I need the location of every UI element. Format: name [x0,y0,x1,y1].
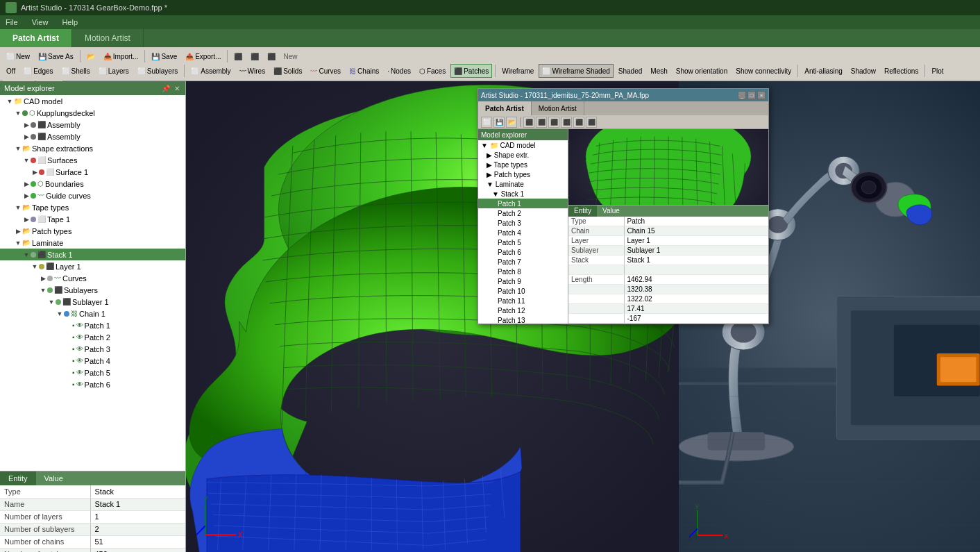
sw-tree-p9[interactable]: Patch 9 [478,276,568,286]
sw-tree-p5[interactable]: Patch 5 [478,237,568,247]
expand-patch1[interactable] [64,321,72,330]
sw-tree-stack[interactable]: ▼ Stack 1 [478,189,568,199]
sw-tb-view5[interactable]: ⬛ [573,117,584,128]
explorer-close-btn[interactable]: ✕ [173,85,181,92]
view-orient-btn3[interactable]: ⬛ [264,49,279,63]
expand-sublayers[interactable]: ▼ [39,286,47,294]
tree-node-chain1[interactable]: ▼ ⛓ Chain 1 [0,308,185,319]
expand-curves[interactable]: ▶ [39,274,47,283]
tree-node-patch4[interactable]: ▪ 👁 Patch 4 [0,355,185,367]
tree-node-patch-types[interactable]: ▶ 📂 Patch types [0,225,185,237]
sw-tree-p1[interactable]: Patch 1 [478,199,568,208]
tree-container[interactable]: ▼ 📁 CAD model ▼ ⬡ Kupplungsdeckel ▶ ⬛ As… [0,95,185,471]
wireframe-shaded-button[interactable]: ⬜ Wireframe Shaded [539,64,613,78]
edges-button[interactable]: ⬜ Edges [20,64,56,78]
expand-chain1[interactable]: ▼ [56,310,64,318]
sw-tb-view6[interactable]: ⬛ [586,117,597,128]
explorer-pin-btn[interactable]: 📌 [160,85,171,92]
assembly-button[interactable]: ⬜ Assembly [187,64,234,78]
expand-tape1[interactable]: ▶ [22,215,31,224]
expand-sublayer1[interactable]: ▼ [47,298,56,306]
expand-patch3[interactable] [64,345,72,353]
sw-tb-save[interactable]: 💾 [493,117,505,128]
import-button[interactable]: 📥 Import... [100,49,142,63]
sw-tree-p3[interactable]: Patch 3 [478,218,568,228]
expand-assembly1[interactable]: ▶ [22,121,31,129]
sw-tb-view2[interactable]: ⬛ [536,117,547,128]
sub-win-tab-patch-artist[interactable]: Patch Artist [478,101,532,115]
expand-laminate[interactable]: ▼ [14,239,22,247]
sw-tb-view1[interactable]: ⬛ [523,117,534,128]
expand-guide-curves[interactable]: ▶ [22,192,31,200]
tab-patch-artist[interactable]: Patch Artist [0,29,72,47]
nodes-button[interactable]: · Nodes [384,64,414,78]
sw-tree-lam[interactable]: ▼ Laminate [478,179,568,189]
expand-stack1[interactable]: ▼ [22,251,31,259]
expand-shape-extractions[interactable]: ▼ [14,144,22,153]
expand-tape-types[interactable]: ▼ [14,203,22,212]
sw-tree-p13[interactable]: Patch 13 [478,315,568,324]
tree-node-cad-model[interactable]: ▼ 📁 CAD model [0,95,185,107]
anti-aliasing-button[interactable]: Anti-aliasing [801,64,845,78]
sw-tree-p7[interactable]: Patch 7 [478,257,568,267]
sw-props-tab-value[interactable]: Value [597,206,625,217]
expand-patch-types[interactable]: ▶ [14,227,22,235]
tree-node-laminate[interactable]: ▼ 📂 Laminate [0,237,185,249]
shells-button[interactable]: ⬜ Shells [58,64,94,78]
sw-tree-cad[interactable]: ▼ 📁 CAD model [478,140,568,150]
tree-node-shape-extractions[interactable]: ▼ 📂 Shape extractions [0,142,185,154]
sw-tree-p2[interactable]: Patch 2 [478,208,568,218]
sw-tree-p4[interactable]: Patch 4 [478,228,568,237]
mesh-button[interactable]: Mesh [647,64,670,78]
solids-button[interactable]: ⬛ Solids [270,64,305,78]
sw-tree-shape[interactable]: ▶ Shape extr. [478,150,568,160]
sub-win-viewport[interactable] [568,129,768,205]
sw-tree-p11[interactable]: Patch 11 [478,296,568,306]
sw-tree-p8[interactable]: Patch 8 [478,267,568,276]
tree-node-patch3[interactable]: ▪ 👁 Patch 3 [0,343,185,355]
sw-tree-p12[interactable]: Patch 12 [478,306,568,315]
open-button[interactable]: 📂 [83,49,99,63]
menu-view[interactable]: View [29,18,51,26]
tree-node-kupplungsdeckel[interactable]: ▼ ⬡ Kupplungsdeckel [0,107,185,119]
tree-node-tape-types[interactable]: ▼ 📂 Tape types [0,201,185,213]
expand-cad-model[interactable]: ▼ [6,97,14,106]
show-orientation-button[interactable]: Show orientation [673,64,732,78]
props-tab-value[interactable]: Value [36,471,71,485]
save-button[interactable]: 💾 Save [148,49,180,63]
tree-node-surface1[interactable]: ▶ ⬜ Surface 1 [0,166,185,178]
sw-tb-new[interactable]: ⬜ [481,117,492,128]
sub-window-maximize[interactable]: □ [747,91,756,99]
new-button[interactable]: ⬜ New [3,49,33,63]
curves-button[interactable]: 〰 Curves [307,64,344,78]
layers-button[interactable]: ⬜ Layers [95,64,133,78]
tab-motion-artist[interactable]: Motion Artist [72,29,144,47]
expand-patch6[interactable] [64,380,72,389]
show-connectivity-button[interactable]: Show connectivity [732,64,795,78]
chains-button[interactable]: ⛓ Chains [346,64,382,78]
tree-node-boundaries[interactable]: ▶ ⬡ Boundaries [0,178,185,190]
save-as-button[interactable]: 💾 Save As [35,49,77,63]
expand-layer1[interactable]: ▼ [31,262,39,271]
expand-surface1[interactable]: ▶ [31,168,39,176]
sw-tb-view3[interactable]: ⬛ [548,117,559,128]
tree-node-patch5[interactable]: ▪ 👁 Patch 5 [0,367,185,378]
sw-props-tab-entity[interactable]: Entity [568,206,597,217]
reflections-button[interactable]: Reflections [881,64,922,78]
sub-win-tab-motion-artist[interactable]: Motion Artist [532,101,584,115]
sw-tb-view4[interactable]: ⬛ [561,117,572,128]
expand-boundaries[interactable]: ▶ [22,180,31,188]
tree-node-assembly2[interactable]: ▶ ⬛ Assembly [0,131,185,142]
tree-node-patch2[interactable]: ▪ 👁 Patch 2 [0,331,185,343]
shaded-button[interactable]: Shaded [615,64,645,78]
sub-win-tree[interactable]: Model explorer ▼ 📁 CAD model ▶ Shape ext… [478,129,568,324]
expand-kupplungsdeckel[interactable]: ▼ [14,109,22,117]
menu-help[interactable]: Help [59,18,81,26]
sw-tb-open[interactable]: 📂 [506,117,517,128]
sw-tree-patch[interactable]: ▶ Patch types [478,169,568,179]
plot-button[interactable]: Plot [928,64,947,78]
off-button[interactable]: Off [3,64,19,78]
shadow-button[interactable]: Shadow [847,64,879,78]
export-button[interactable]: 📤 Export... [182,49,224,63]
tree-node-surfaces[interactable]: ▼ ⬜ Surfaces [0,154,185,166]
